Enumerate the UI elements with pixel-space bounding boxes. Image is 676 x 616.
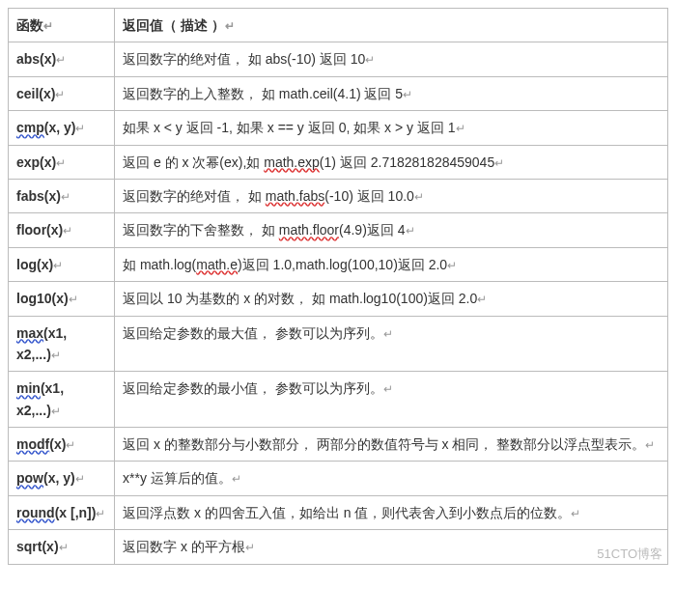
- cell-function: floor(x)↵: [9, 213, 115, 247]
- table-row: fabs(x)↵返回数字的绝对值， 如 math.fabs(-10) 返回 10…: [9, 179, 668, 212]
- table-row: max(x1, x2,...)↵返回给定参数的最大值， 参数可以为序列。↵: [9, 316, 668, 372]
- cell-function: log(x)↵: [9, 247, 115, 281]
- cell-function: exp(x)↵: [9, 145, 115, 179]
- table-header-row: 函数↵ 返回值（ 描述 ）↵: [9, 9, 668, 42]
- pilcrow-icon: ↵: [383, 382, 393, 396]
- pilcrow-icon: ↵: [406, 224, 415, 238]
- cell-description: 返回数字的绝对值， 如 abs(-10) 返回 10↵: [115, 42, 668, 76]
- pilcrow-icon: ↵: [447, 259, 457, 272]
- pilcrow-icon: ↵: [51, 405, 61, 418]
- cell-function: fabs(x)↵: [9, 179, 115, 212]
- pilcrow-icon: ↵: [53, 259, 63, 272]
- pilcrow-icon: ↵: [245, 541, 255, 554]
- pilcrow-icon: ↵: [55, 88, 65, 101]
- pilcrow-icon: ↵: [225, 19, 235, 33]
- pilcrow-icon: ↵: [383, 327, 393, 341]
- header-function: 函数↵: [9, 9, 115, 42]
- table-row: log10(x)↵返回以 10 为基数的 x 的对数， 如 math.log10…: [9, 282, 668, 316]
- cell-description: 返回给定参数的最大值， 参数可以为序列。↵: [115, 316, 668, 372]
- cell-function: pow(x, y)↵: [9, 462, 115, 495]
- table-row: pow(x, y)↵x**y 运算后的值。↵: [9, 462, 668, 495]
- cell-description: 返回数字的上入整数， 如 math.ceil(4.1) 返回 5↵: [115, 76, 668, 110]
- pilcrow-icon: ↵: [477, 293, 487, 306]
- pilcrow-icon: ↵: [75, 472, 85, 486]
- table-row: sqrt(x)↵返回数字 x 的平方根↵: [9, 530, 668, 564]
- pilcrow-icon: ↵: [232, 472, 241, 486]
- pilcrow-icon: ↵: [96, 507, 105, 520]
- pilcrow-icon: ↵: [571, 507, 580, 520]
- cell-function: cmp(x, y)↵: [9, 111, 115, 145]
- table-row: log(x)↵如 math.log(math.e)返回 1.0,math.log…: [9, 247, 668, 281]
- pilcrow-icon: ↵: [56, 156, 66, 170]
- table-row: ceil(x)↵返回数字的上入整数， 如 math.ceil(4.1) 返回 5…: [9, 76, 668, 110]
- table-row: min(x1, x2,...)↵返回给定参数的最小值， 参数可以为序列。↵: [9, 372, 668, 428]
- cell-function: abs(x)↵: [9, 42, 115, 76]
- header-description: 返回值（ 描述 ）↵: [115, 9, 668, 42]
- cell-description: 返回以 10 为基数的 x 的对数， 如 math.log10(100)返回 2…: [115, 282, 668, 316]
- cell-function: max(x1, x2,...)↵: [9, 316, 115, 372]
- pilcrow-icon: ↵: [56, 53, 66, 67]
- cell-description: 返回数字的下舍整数， 如 math.floor(4.9)返回 4↵: [115, 213, 668, 247]
- cell-description: 如果 x < y 返回 -1, 如果 x == y 返回 0, 如果 x > y…: [115, 111, 668, 145]
- cell-description: 返回 e 的 x 次幂(ex),如 math.exp(1) 返回 2.71828…: [115, 145, 668, 179]
- table-row: floor(x)↵返回数字的下舍整数， 如 math.floor(4.9)返回 …: [9, 213, 668, 247]
- pilcrow-icon: ↵: [51, 349, 61, 362]
- pilcrow-icon: ↵: [43, 19, 53, 33]
- pilcrow-icon: ↵: [365, 53, 375, 67]
- table-row: abs(x)↵返回数字的绝对值， 如 abs(-10) 返回 10↵: [9, 42, 668, 76]
- table-row: round(x [,n])↵返回浮点数 x 的四舍五入值，如给出 n 值，则代表…: [9, 495, 668, 529]
- pilcrow-icon: ↵: [75, 122, 85, 135]
- cell-description: 返回给定参数的最小值， 参数可以为序列。↵: [115, 372, 668, 428]
- cell-description: x**y 运算后的值。↵: [115, 462, 668, 495]
- cell-function: modf(x)↵: [9, 428, 115, 462]
- pilcrow-icon: ↵: [456, 122, 465, 135]
- cell-description: 返回浮点数 x 的四舍五入值，如给出 n 值，则代表舍入到小数点后的位数。↵: [115, 495, 668, 529]
- functions-table: 函数↵ 返回值（ 描述 ）↵ abs(x)↵返回数字的绝对值， 如 abs(-1…: [8, 8, 668, 565]
- table-row: exp(x)↵返回 e 的 x 次幂(ex),如 math.exp(1) 返回 …: [9, 145, 668, 179]
- pilcrow-icon: ↵: [403, 88, 412, 101]
- cell-function: min(x1, x2,...)↵: [9, 372, 115, 428]
- pilcrow-icon: ↵: [645, 438, 655, 452]
- pilcrow-icon: ↵: [61, 190, 70, 204]
- pilcrow-icon: ↵: [59, 541, 69, 554]
- cell-description: 如 math.log(math.e)返回 1.0,math.log(100,10…: [115, 247, 668, 281]
- pilcrow-icon: ↵: [66, 438, 75, 452]
- cell-description: 返回数字 x 的平方根↵: [115, 530, 668, 564]
- cell-function: ceil(x)↵: [9, 76, 115, 110]
- cell-function: log10(x)↵: [9, 282, 115, 316]
- cell-description: 返回 x 的整数部分与小数部分， 两部分的数值符号与 x 相同， 整数部分以浮点…: [115, 428, 668, 462]
- cell-function: round(x [,n])↵: [9, 495, 115, 529]
- cell-description: 返回数字的绝对值， 如 math.fabs(-10) 返回 10.0↵: [115, 179, 668, 212]
- pilcrow-icon: ↵: [414, 190, 424, 204]
- pilcrow-icon: ↵: [494, 156, 504, 170]
- pilcrow-icon: ↵: [63, 224, 72, 238]
- table-row: modf(x)↵返回 x 的整数部分与小数部分， 两部分的数值符号与 x 相同，…: [9, 428, 668, 462]
- pilcrow-icon: ↵: [69, 293, 78, 306]
- cell-function: sqrt(x)↵: [9, 530, 115, 564]
- table-row: cmp(x, y)↵如果 x < y 返回 -1, 如果 x == y 返回 0…: [9, 111, 668, 145]
